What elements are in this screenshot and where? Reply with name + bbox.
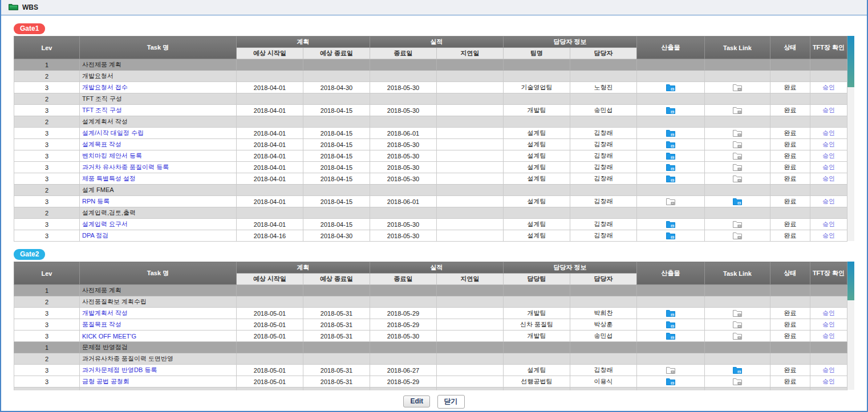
task-name-link[interactable]: TFT 조직 구성	[82, 107, 122, 113]
vertical-scrollbar-thumb[interactable]	[847, 36, 854, 87]
task-link-folder-icon[interactable]	[733, 152, 742, 159]
plan-end-cell: 2018-05-31	[303, 319, 370, 331]
approve-link[interactable]: 승인	[822, 175, 835, 182]
deliverable-folder-icon[interactable]	[666, 321, 675, 328]
deliverable-folder-icon[interactable]	[666, 378, 675, 385]
approve-link[interactable]: 승인	[822, 321, 835, 328]
team-cell: 개발팀	[504, 331, 570, 342]
owner-cell: 박상훈	[570, 319, 637, 331]
task-link-folder-icon[interactable]	[733, 378, 742, 385]
task-link-folder-icon[interactable]	[733, 221, 742, 227]
task-name-link[interactable]: 품질목표 작성	[82, 321, 121, 328]
deliverable-folder-icon[interactable]	[666, 152, 675, 159]
deliverable-folder-icon[interactable]	[666, 332, 675, 339]
link-icon-cell	[705, 285, 770, 296]
approve-link[interactable]: 승인	[822, 221, 835, 227]
deliverable-folder-icon[interactable]	[666, 141, 675, 148]
deliverable-folder-icon[interactable]	[666, 309, 675, 316]
approve-link[interactable]: 승인	[822, 378, 835, 385]
lev-cell: 2	[14, 207, 80, 219]
vertical-scrollbar-thumb[interactable]	[847, 262, 854, 300]
approve-link[interactable]: 승인	[822, 332, 835, 339]
approve-link[interactable]: 승인	[822, 141, 835, 148]
task-link-folder-icon[interactable]	[733, 164, 742, 170]
task-name-label: 사전제품 계획	[82, 61, 121, 68]
gate-section: Gate2LevTask 명계획실적담당자 정보산출물Task Link상태TF…	[14, 248, 867, 390]
plan-end-cell	[303, 59, 370, 71]
deliverable-folder-icon[interactable]	[666, 164, 675, 170]
task-link-folder-icon[interactable]	[733, 141, 742, 148]
task-name-link[interactable]: 개발계획서 작성	[82, 309, 128, 316]
deliverable-folder-icon[interactable]	[666, 107, 675, 113]
task-link-folder-icon[interactable]	[733, 321, 742, 328]
approve-link[interactable]: 승인	[822, 198, 835, 205]
delay-cell	[437, 93, 504, 105]
team-cell	[504, 342, 570, 353]
task-name-link[interactable]: 과거차문제점 반영DB 등록	[82, 366, 157, 373]
table-row: 3DPA 점검2018-04-162018-04-302018-05-30설계팀…	[14, 230, 847, 242]
approve-link[interactable]: 승인	[822, 84, 835, 91]
task-link-folder-icon[interactable]	[733, 107, 742, 113]
output-icon-cell	[637, 71, 705, 82]
approve-link[interactable]: 승인	[822, 366, 835, 373]
task-name-link[interactable]: 금형 공법 공청회	[82, 378, 129, 385]
plan-end-cell	[303, 207, 370, 219]
close-button[interactable]: 닫기	[437, 395, 465, 409]
task-link-folder-icon[interactable]	[733, 232, 742, 239]
deliverable-folder-icon[interactable]	[666, 232, 675, 239]
deliverable-folder-icon[interactable]	[666, 198, 675, 205]
task-name-link[interactable]: RPN 등록	[82, 198, 109, 205]
delay-cell	[437, 342, 504, 353]
task-name-link[interactable]: 개발요청서 접수	[82, 84, 128, 91]
task-name-link[interactable]: KICK OFF MEET'G	[82, 333, 136, 340]
wbs-window: WBS Gate1LevTask 명계획실적담당자 정보산출물Task Link…	[0, 0, 868, 412]
plan-start-cell: 2018-04-01	[237, 82, 303, 93]
actual-end-cell: 2018-05-30	[370, 139, 437, 150]
delay-cell	[437, 173, 504, 185]
task-link-folder-icon[interactable]	[733, 309, 742, 316]
table-row: 3설계입력 요구서2018-04-012018-04-152018-05-30설…	[14, 219, 847, 230]
deliverable-folder-icon[interactable]	[666, 221, 675, 227]
task-name-link[interactable]: 설계입력 요구서	[82, 221, 128, 227]
task-link-folder-icon[interactable]	[733, 175, 742, 182]
task-link-folder-icon[interactable]	[733, 366, 742, 373]
task-name-link[interactable]: 제품 특별특성 설정	[82, 175, 136, 182]
table-row: 2설계계획서 작성	[14, 116, 847, 128]
status-cell	[770, 296, 810, 308]
deliverable-folder-icon[interactable]	[666, 129, 675, 136]
link-icon-cell	[705, 308, 770, 319]
approve-link[interactable]: 승인	[822, 232, 835, 239]
link-icon-cell	[705, 185, 770, 196]
lev-cell: 3	[14, 365, 80, 376]
task-name-link[interactable]: 벤치마킹 제안서 등록	[82, 152, 142, 159]
approve-link[interactable]: 승인	[822, 129, 835, 136]
task-name-link[interactable]: DPA 점검	[82, 232, 108, 239]
approve-link[interactable]: 승인	[822, 164, 835, 170]
deliverable-folder-icon[interactable]	[666, 175, 675, 182]
approve-link[interactable]: 승인	[822, 107, 835, 113]
approve-link[interactable]: 승인	[822, 309, 835, 316]
plan-end-cell: 2018-04-30	[303, 230, 370, 242]
task-name-link[interactable]: 설계/시작 대일정 수립	[82, 129, 144, 136]
task-name-link[interactable]: 과거차 유사차종 품질이력 등록	[82, 164, 169, 170]
deliverable-folder-icon[interactable]	[666, 366, 675, 373]
task-link-folder-icon[interactable]	[733, 129, 742, 136]
deliverable-folder-icon[interactable]	[666, 84, 675, 91]
plan-start-cell: 2018-05-01	[237, 308, 303, 319]
task-link-folder-icon[interactable]	[733, 332, 742, 339]
plan-start-cell: 2018-04-01	[237, 219, 303, 230]
delay-cell	[437, 219, 504, 230]
green-folder-icon	[9, 2, 18, 13]
output-icon-cell	[637, 150, 705, 162]
tft-confirm-cell: 승인	[810, 308, 847, 319]
status-cell: 완료	[770, 365, 810, 376]
output-icon-cell	[637, 376, 705, 387]
owner-cell: 김창래	[570, 196, 637, 207]
approve-link[interactable]: 승인	[822, 152, 835, 159]
status-cell	[770, 285, 810, 296]
col-header-output: 산출물	[637, 36, 705, 59]
edit-button[interactable]: Edit	[403, 395, 430, 407]
task-link-folder-icon[interactable]	[733, 84, 742, 91]
task-name-link[interactable]: 설계목표 작성	[82, 141, 121, 148]
task-link-folder-icon[interactable]	[733, 198, 742, 205]
